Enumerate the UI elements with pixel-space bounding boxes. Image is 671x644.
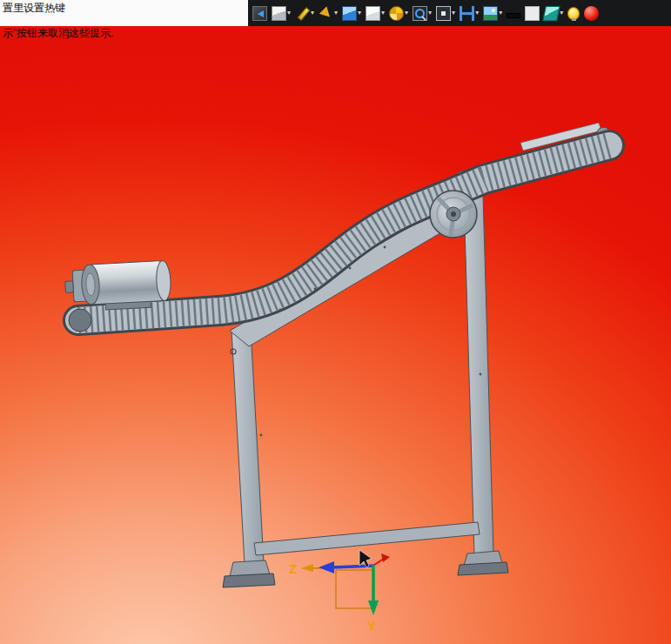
dropdown-caret-icon[interactable]: ▾ xyxy=(452,10,455,17)
dropdown-caret-icon[interactable]: ▾ xyxy=(334,10,338,17)
wireframe-cube-icon xyxy=(366,6,380,21)
right-leg[interactable] xyxy=(464,195,493,555)
exit-icon xyxy=(252,6,267,21)
exit-button[interactable] xyxy=(252,5,268,22)
orientation-triad[interactable]: Z Y xyxy=(289,550,390,633)
material-teal-icon xyxy=(542,6,560,21)
output-shaft xyxy=(65,281,74,292)
top-toolbar: 置里设置热键 ▾▾▾▾▾▾▾▾▾▾▾ xyxy=(0,0,671,26)
x-axis-stub xyxy=(374,559,384,565)
drive-wheel[interactable] xyxy=(430,191,477,238)
color-wheel-button[interactable]: ▾ xyxy=(388,5,409,22)
grid-button[interactable]: ▾ xyxy=(459,5,480,22)
z-axis-gold-arrowhead xyxy=(301,564,313,572)
wireframe-cube-button[interactable]: ▾ xyxy=(365,5,386,22)
window-select-icon xyxy=(436,6,451,21)
dropdown-caret-icon[interactable]: ▾ xyxy=(405,10,408,17)
dropdown-caret-icon[interactable]: ▾ xyxy=(287,10,291,17)
window-select-button[interactable]: ▾ xyxy=(435,5,456,22)
motor-body[interactable] xyxy=(90,261,164,305)
dropdown-caret-icon[interactable]: ▾ xyxy=(381,10,385,17)
z-axis-label[interactable]: Z xyxy=(289,561,297,576)
zoom-magnifier-icon xyxy=(413,6,427,21)
conveyor-model[interactable] xyxy=(64,123,616,587)
color-wheel-icon xyxy=(389,6,404,21)
zoom-magnifier-button[interactable]: ▾ xyxy=(412,5,433,22)
cad-application-window: Z Y 示”按钮来取消这些提示. 置里设置热键 ▾▾▾▾▾▾▾▾▾▾▾ xyxy=(0,0,671,644)
edit-pencil-button[interactable]: ▾ xyxy=(294,5,315,22)
view-cube-button[interactable]: ▾ xyxy=(271,5,292,22)
viewport[interactable]: Z Y 示”按钮来取消这些提示. xyxy=(0,0,671,644)
shaded-cube-icon xyxy=(342,6,357,21)
y-axis-label[interactable]: Y xyxy=(367,618,376,633)
grid-icon xyxy=(460,6,474,21)
dropdown-caret-icon[interactable]: ▾ xyxy=(428,10,432,17)
cross-brace[interactable] xyxy=(254,522,480,555)
shaded-cube-button[interactable]: ▾ xyxy=(341,5,362,22)
wheel-axle xyxy=(451,211,456,217)
toolbar-icons: ▾▾▾▾▾▾▾▾▾▾▾ xyxy=(248,0,671,26)
lightbulb-button[interactable] xyxy=(567,5,580,21)
render-image-icon xyxy=(483,6,498,21)
triad-plane-box xyxy=(336,570,373,608)
move-arrow-button[interactable]: ▾ xyxy=(318,5,339,22)
model-canvas[interactable]: Z Y xyxy=(0,0,671,644)
x-axis-arrowhead xyxy=(381,553,390,562)
blank-square-icon xyxy=(525,6,540,21)
minus-bar-button[interactable] xyxy=(506,8,521,19)
edit-pencil-icon xyxy=(295,6,310,21)
dropdown-caret-icon[interactable]: ▾ xyxy=(560,10,563,17)
tail-roller[interactable] xyxy=(69,309,91,332)
toolbar-left-panel: 置里设置热键 xyxy=(0,0,248,26)
left-leg[interactable] xyxy=(231,329,264,564)
dropdown-caret-icon[interactable]: ▾ xyxy=(311,10,314,17)
render-image-button[interactable]: ▾ xyxy=(482,5,503,22)
right-foot-plate[interactable] xyxy=(458,562,508,575)
dropdown-caret-icon[interactable]: ▾ xyxy=(358,10,361,17)
red-sphere-button[interactable] xyxy=(583,5,600,22)
material-teal-button[interactable]: ▾ xyxy=(543,5,564,22)
z-axis-arrowhead xyxy=(319,561,334,574)
view-cube-icon xyxy=(272,6,286,21)
lightbulb-icon xyxy=(567,7,580,20)
hint-message-line1: 置里设置热键 xyxy=(3,2,248,14)
left-foot-plate[interactable] xyxy=(223,574,275,587)
dropdown-caret-icon[interactable]: ▾ xyxy=(475,10,479,17)
minus-bar-icon xyxy=(507,13,520,18)
blank-square-button[interactable] xyxy=(524,5,540,22)
dropdown-caret-icon[interactable]: ▾ xyxy=(499,10,502,17)
red-sphere-icon xyxy=(584,6,599,21)
move-arrow-icon xyxy=(319,6,333,21)
hint-message-line2: 示”按钮来取消这些提示. xyxy=(3,27,113,39)
